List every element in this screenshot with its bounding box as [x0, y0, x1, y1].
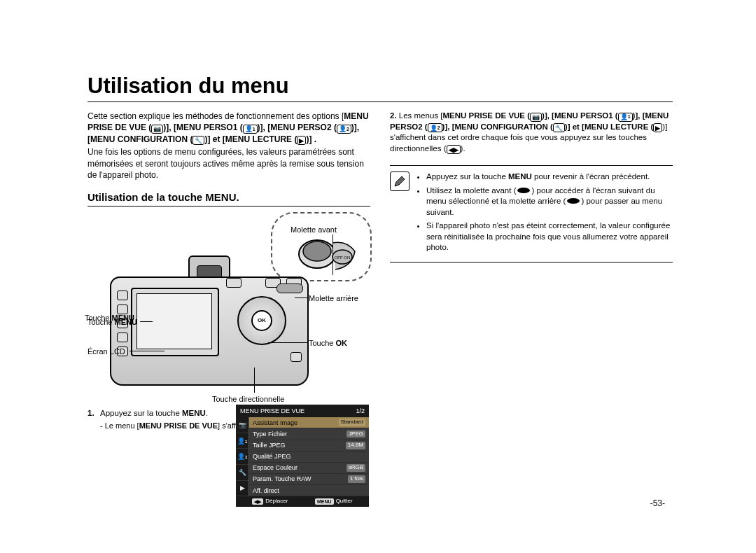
menu-row-value: 14.6M: [346, 442, 365, 449]
intro-paragraph: Cette section explique les méthodes de f…: [88, 111, 370, 181]
svg-text:OFF ON: OFF ON: [335, 255, 351, 260]
menu-footer: ◀▶Déplacer MENUQuitter: [236, 496, 369, 507]
menu-rows: Assistant ImageStandardType FichierJPEGT…: [249, 417, 369, 496]
menu-name: MENU LECTURE (: [225, 134, 298, 144]
step-number: 1.: [88, 408, 96, 430]
front-dial-icon: [516, 187, 531, 194]
front-dial-label: Molette avant: [290, 225, 337, 235]
sep: )], [: [633, 111, 645, 120]
step-2: 2. Les menus [MENU PRISE DE VUE (📷)], [M…: [390, 111, 673, 154]
svg-point-5: [567, 198, 580, 204]
tab-person2-icon: 👤₂: [236, 449, 248, 465]
step-1: 1. Appuyez sur la touche MENU. - Le menu…: [88, 408, 370, 430]
menu-row: Assistant ImageStandard: [249, 417, 369, 428]
step-text-bold: MENU: [182, 409, 206, 417]
menu-row-value: JPEG: [346, 430, 365, 438]
intro-text2: Une fois les options de menu configurées…: [88, 146, 370, 181]
menu-row-label: Type Fichier: [253, 430, 287, 438]
sep: )], [: [163, 122, 176, 132]
tab-person1-icon: 👤₁: [236, 433, 248, 449]
rear-dial-wheel: [276, 284, 303, 293]
page-title: Utilisation du menu: [88, 74, 673, 102]
left-button-1: [117, 290, 128, 300]
sub-text: - Le menu [: [100, 421, 139, 430]
lcd-label: Écran LCD: [88, 346, 125, 357]
note-item-1: Appuyez sur la touche MENU pour revenir …: [426, 172, 673, 183]
menu-row-label: Taille JPEG: [253, 441, 286, 449]
step2-text: Les menus [: [399, 111, 443, 120]
dpad-lr-icon: ◀▶: [447, 145, 461, 154]
menu-name: MENU CONFIGURATION (: [90, 134, 192, 144]
menu-row: Taille JPEG14.6M: [249, 440, 369, 451]
play-icon: ▶: [297, 136, 306, 145]
menu-row-label: Assistant Image: [253, 419, 298, 427]
menu-button-label: Touche MENU: [88, 317, 137, 328]
top-button-1: [226, 278, 241, 288]
leader-line: [268, 342, 307, 343]
note-item-2: Utilisez la molette avant () pour accéde…: [426, 186, 673, 218]
note-text-bold: MENU: [508, 172, 532, 181]
menu-shot-title: MENU PRISE DE VUE: [240, 407, 304, 415]
menu-row-value: Standard: [339, 419, 365, 426]
footer-move: Déplacer: [265, 498, 288, 505]
camera-icon: 📷: [151, 125, 163, 134]
menu-row: Type FichierJPEG: [249, 428, 369, 440]
menu-row-label: Espace Couleur: [253, 463, 298, 472]
tab-camera-icon: 📷: [236, 417, 248, 433]
section-heading: Utilisation de la touche MENU.: [88, 190, 370, 206]
menu-title-row: MENU PRISE DE VUE 1/2: [236, 405, 369, 417]
menu-row-value: sRGB: [346, 464, 365, 472]
step-text: .: [206, 409, 208, 417]
menu-name: MENU PERSO1 (: [554, 111, 618, 120]
note-text: Utilisez la molette avant (: [426, 186, 516, 195]
leader-line: [140, 321, 153, 322]
note-text: pour revenir à l'écran précédent.: [532, 172, 650, 181]
menu-row: Aff. direct: [249, 485, 369, 496]
tab-wrench-icon: 🔧: [236, 465, 248, 481]
wrench-icon: 🔧: [192, 136, 204, 145]
left-button-4: [117, 332, 128, 342]
footer-menu-btn: MENU: [315, 498, 334, 505]
intro-text: Cette section explique les méthodes de f…: [88, 111, 344, 121]
menu-row-value: 1 fois: [348, 475, 365, 483]
person1-icon: 👤1: [618, 113, 633, 122]
note-block: Appuyez sur la touche MENU pour revenir …: [390, 165, 673, 262]
note-pencil-icon: [390, 172, 410, 191]
sep: )], [: [258, 122, 271, 132]
ok-button-center: OK: [251, 310, 272, 331]
sep: )], [: [542, 111, 554, 120]
menu-row-label: Aff. direct: [253, 486, 279, 495]
step-text: Appuyez sur la touche: [100, 409, 182, 417]
leader-line: [254, 368, 255, 393]
menu-screenshot: MENU PRISE DE VUE 1/2 📷 👤₁ 👤₂ 🔧 ▶ Assist…: [236, 405, 369, 507]
person2-icon: 👤2: [337, 125, 351, 134]
menu-row-label: Qualité JPEG: [253, 452, 291, 461]
wrench-icon: 🔧: [553, 123, 565, 132]
menu-name: MENU LECTURE (: [584, 122, 653, 131]
menu-tab-icons: 📷 👤₁ 👤₂ 🔧 ▶: [236, 417, 249, 496]
note-item-3: Si l'appareil photo n'est pas éteint cor…: [426, 220, 673, 253]
menu-row: Qualité JPEG: [249, 451, 369, 463]
sep: )] et [: [204, 134, 225, 144]
sub-text-bold: MENU PRISE DE VUE: [139, 421, 218, 430]
sep: )] .: [306, 134, 316, 144]
person2-icon: 👤2: [428, 123, 442, 132]
camera-icon: 📷: [530, 113, 542, 122]
left-column: Cette section explique les méthodes de f…: [88, 111, 370, 507]
rear-dial-label: Molette arrière: [309, 293, 358, 304]
directional-label: Touche directionnelle: [212, 394, 284, 405]
leader-line: [130, 351, 164, 351]
menu-row: Param. Touche RAW1 fois: [249, 474, 369, 485]
sep: )], [: [442, 122, 455, 131]
menu-row: Espace CouleursRGB: [249, 463, 369, 474]
sep: )] et [: [565, 122, 584, 131]
fn-button: [290, 352, 302, 362]
ok-button-label: Touche OK: [309, 338, 347, 349]
rear-dial-icon: [566, 197, 581, 204]
page-number: -53-: [650, 498, 665, 508]
note-text: Appuyez sur la touche: [426, 172, 508, 181]
svg-point-4: [517, 188, 530, 193]
leader-line: [295, 298, 307, 298]
menu-name: MENU PRISE DE VUE (: [442, 111, 530, 120]
play-icon: ▶: [653, 123, 662, 132]
